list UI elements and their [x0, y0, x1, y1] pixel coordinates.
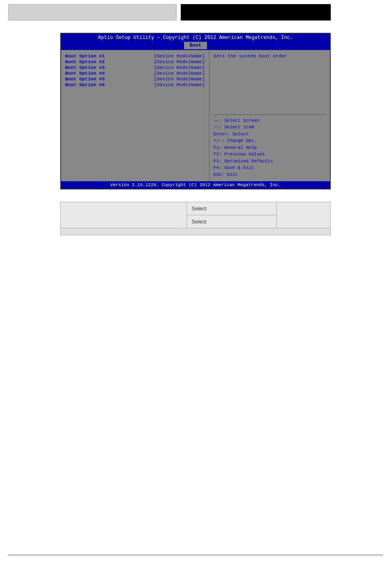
key-f1: F1: General Help: [214, 144, 326, 151]
table-row-3: [61, 228, 331, 235]
key-f2: F2: Previous Values: [214, 151, 326, 158]
boot-option-3[interactable]: Boot Option #3 [Device ModelName]: [65, 65, 205, 70]
boot-option-5[interactable]: Boot Option #5 [Device ModelName]: [65, 76, 205, 82]
boot-option-4[interactable]: Boot Option #4 [Device ModelName]: [65, 71, 205, 76]
key-change-opt: +/-: Change Opt.: [214, 137, 326, 144]
boot-option-2[interactable]: Boot Option #2 [Device ModelName]: [65, 59, 205, 64]
bios-left-panel: Boot Option #1 [Device ModelName] Boot O…: [61, 50, 209, 181]
bios-title: Aptio Setup Utility – Copyright (C) 2012…: [61, 34, 330, 42]
info-table-area: Select Select: [60, 202, 331, 235]
boot-option-6[interactable]: Boot Option #6 [Device ModelName]: [65, 82, 205, 87]
header: [0, 0, 391, 25]
bios-tab-boot[interactable]: Boot: [184, 42, 207, 49]
key-select-item: ↑↓: Select Item: [214, 124, 326, 131]
bios-divider: [214, 114, 326, 115]
key-esc: ESC: Exit: [214, 171, 326, 178]
bottom-divider: [8, 555, 383, 555]
bios-tab-row: Boot: [61, 42, 330, 50]
bios-screen: Aptio Setup Utility – Copyright (C) 2012…: [60, 33, 331, 189]
bios-key-legend: →←: Select Screen ↑↓: Select Item Enter:…: [214, 117, 326, 178]
bios-footer: Version 2.15.1226. Copyright (C) 2012 Am…: [61, 181, 330, 189]
bios-body: Boot Option #1 [Device ModelName] Boot O…: [61, 50, 330, 181]
table-cell-col2-top[interactable]: Select: [186, 202, 277, 215]
info-table: Select Select: [60, 202, 331, 235]
key-select-screen: →←: Select Screen: [214, 117, 326, 124]
table-cell-col1: [61, 202, 187, 228]
table-full-row-cell: [61, 228, 331, 235]
table-row-1: Select: [61, 202, 331, 215]
key-f3: F3: Optimized Defaults: [214, 158, 326, 165]
header-right-bar: [181, 4, 331, 21]
boot-option-1[interactable]: Boot Option #1 [Device ModelName]: [65, 53, 205, 59]
bios-right-panel: Sets the system boot order →←: Select Sc…: [209, 50, 330, 181]
bios-help-text: Sets the system boot order: [214, 53, 326, 112]
key-enter: Enter: Select: [214, 131, 326, 138]
table-cell-col3: [277, 202, 331, 228]
header-left-bar: [8, 4, 177, 21]
key-f4: F4: Save & Exit: [214, 164, 326, 171]
table-cell-col2-bottom[interactable]: Select: [186, 215, 277, 228]
